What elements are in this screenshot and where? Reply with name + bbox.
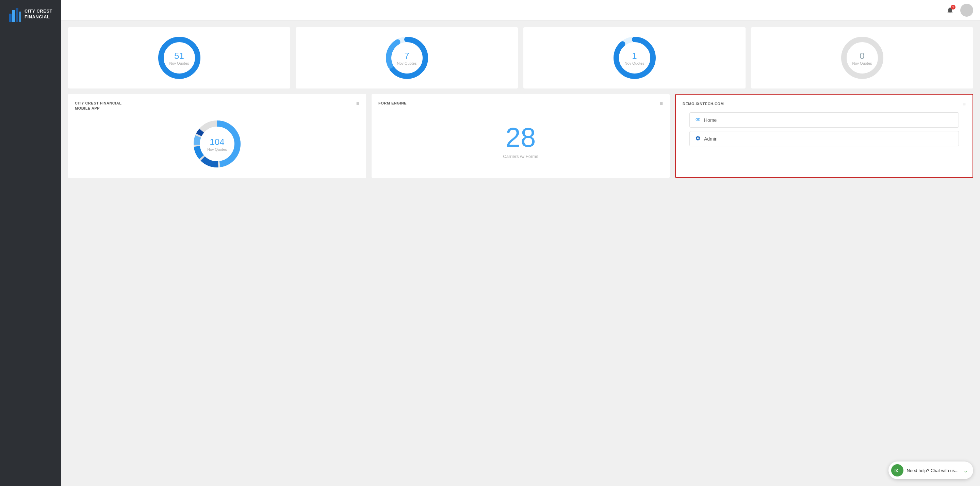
donut-label-3: 1 Nov Quotes — [624, 51, 644, 65]
demo-links-body: Home Admin — [682, 112, 966, 170]
donut-label-4: 0 Nov Quotes — [852, 51, 872, 65]
form-engine-card: FORM ENGINE ≡ 28 Carriers w/ Forms — [372, 94, 670, 178]
demo-links-list: Home Admin — [686, 112, 962, 147]
header: 1 — [61, 0, 980, 21]
content-area: 51 Nov Quotes 7 Nov Quotes — [61, 21, 980, 486]
donut-card-7: 7 Nov Quotes — [296, 27, 518, 89]
donut-card-1: 1 Nov Quotes — [523, 27, 746, 89]
donut-card-51: 51 Nov Quotes — [68, 27, 290, 89]
donut-chart-1: 51 Nov Quotes — [156, 34, 203, 82]
svg-text:IX: IX — [894, 468, 898, 473]
chat-widget[interactable]: IX Need help? Chat with us... ⌄ — [888, 462, 973, 479]
form-engine-sublabel: Carriers w/ Forms — [503, 154, 538, 159]
logo: CITY CREST FINANCIAL — [9, 7, 52, 22]
chat-text: Need help? Chat with us... — [907, 468, 959, 473]
mobile-app-card-header: CITY CREST FINANCIALMOBILE APP ≡ — [75, 101, 360, 111]
bottom-cards-row: CITY CREST FINANCIALMOBILE APP ≡ — [68, 94, 973, 178]
mobile-app-title: CITY CREST FINANCIALMOBILE APP — [75, 101, 122, 111]
user-avatar[interactable] — [960, 4, 973, 17]
home-link-label: Home — [704, 118, 717, 123]
form-engine-body: 28 Carriers w/ Forms — [379, 112, 663, 171]
demo-menu-icon[interactable]: ≡ — [963, 101, 966, 107]
form-engine-title: FORM ENGINE — [379, 101, 407, 106]
donut-chart-3: 1 Nov Quotes — [611, 34, 659, 82]
svg-rect-2 — [16, 8, 18, 22]
logo-text: CITY CREST FINANCIAL — [24, 8, 52, 20]
mobile-app-donut-label: 104 Nov Quotes — [207, 137, 227, 151]
donut-card-0: 0 Nov Quotes — [751, 27, 973, 89]
chat-avatar: IX — [891, 464, 904, 476]
admin-link-icon — [695, 135, 701, 142]
sidebar: CITY CREST FINANCIAL — [0, 0, 61, 486]
mobile-app-card: CITY CREST FINANCIALMOBILE APP ≡ — [68, 94, 366, 178]
demo-card: DEMO.IXNTECH.COM ≡ Home — [675, 94, 973, 178]
form-engine-value: 28 — [506, 124, 536, 151]
demo-title: DEMO.IXNTECH.COM — [682, 101, 724, 107]
svg-rect-1 — [12, 10, 15, 22]
svg-rect-3 — [19, 11, 21, 22]
mobile-app-menu-icon[interactable]: ≡ — [356, 101, 360, 106]
mobile-app-body: 104 Nov Quotes — [75, 117, 360, 171]
top-cards-row: 51 Nov Quotes 7 Nov Quotes — [68, 27, 973, 89]
chat-chevron-icon: ⌄ — [963, 467, 968, 474]
demo-admin-link[interactable]: Admin — [689, 131, 959, 147]
form-engine-card-header: FORM ENGINE ≡ — [379, 101, 663, 106]
form-engine-menu-icon[interactable]: ≡ — [660, 101, 663, 106]
svg-rect-0 — [9, 14, 11, 22]
mobile-app-donut: 104 Nov Quotes — [190, 117, 244, 171]
logo-icon — [9, 7, 21, 22]
home-link-icon — [695, 117, 701, 123]
demo-home-link[interactable]: Home — [689, 112, 959, 127]
demo-card-header: DEMO.IXNTECH.COM ≡ — [682, 101, 966, 107]
donut-chart-4: 0 Nov Quotes — [838, 34, 886, 82]
donut-label-1: 51 Nov Quotes — [169, 51, 189, 65]
main-area: 1 51 Nov Quotes — [61, 0, 980, 486]
donut-chart-2: 7 Nov Quotes — [383, 34, 431, 82]
notification-bell[interactable]: 1 — [944, 4, 956, 16]
donut-label-2: 7 Nov Quotes — [397, 51, 417, 65]
notification-badge: 1 — [951, 5, 956, 10]
admin-link-label: Admin — [704, 136, 718, 142]
